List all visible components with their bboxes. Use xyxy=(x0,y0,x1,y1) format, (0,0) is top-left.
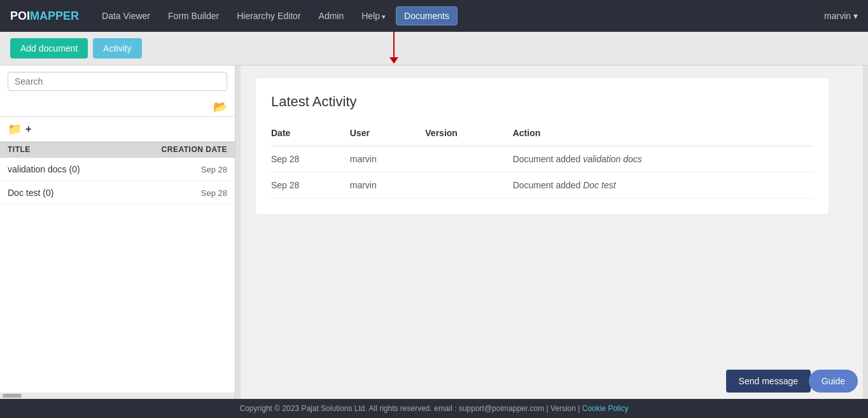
brand-poi: POI xyxy=(10,10,30,23)
scrollbar-thumb xyxy=(3,394,22,398)
cookie-policy-link[interactable]: Cookie Policy xyxy=(582,404,629,413)
content-area: Latest Activity Date User Version Action… xyxy=(241,66,863,399)
nav-documents[interactable]: Documents xyxy=(396,6,458,25)
folder-toolbar: 📂 xyxy=(0,97,235,117)
activity-button[interactable]: Activity xyxy=(93,38,141,59)
cell-version xyxy=(425,146,512,172)
list-item[interactable]: Doc test (0) Sep 28 xyxy=(0,181,235,205)
brand-logo[interactable]: POIMAPPER xyxy=(10,10,79,23)
sidebar-scrollbar[interactable] xyxy=(0,393,235,399)
item-title: validation docs (0) xyxy=(8,164,80,174)
list-item[interactable]: validation docs (0) Sep 28 xyxy=(0,158,235,181)
action-italic: validation docs xyxy=(583,154,642,164)
folder-emoji-icon: 📁 xyxy=(8,122,22,136)
nav-data-viewer[interactable]: Data Viewer xyxy=(94,7,158,25)
cell-user: marvin xyxy=(350,146,426,172)
nav-hierarchy-editor[interactable]: Hierarchy Editor xyxy=(229,7,308,25)
user-menu[interactable]: marvin xyxy=(824,11,858,21)
nav-admin[interactable]: Admin xyxy=(311,7,352,25)
footer-text: Copyright © 2023 Pajat Solutions Ltd. Al… xyxy=(240,404,580,413)
resize-handle[interactable] xyxy=(235,66,241,399)
send-message-button[interactable]: Send message xyxy=(726,370,811,393)
activity-card: Latest Activity Date User Version Action… xyxy=(256,78,829,214)
guide-button[interactable]: Guide xyxy=(809,370,858,393)
arrow-head xyxy=(389,57,398,64)
open-folder-button[interactable]: 📂 xyxy=(213,100,227,114)
col-header-date: Date xyxy=(271,123,350,146)
new-folder-row: 📁 + xyxy=(0,117,235,141)
main-layout: 📂 📁 + TITLE CREATION DATE validation doc… xyxy=(0,66,868,399)
action-prefix: Document added xyxy=(513,180,584,190)
col-header-version: Version xyxy=(425,123,512,146)
arrow-indicator xyxy=(389,32,398,64)
cell-user: marvin xyxy=(350,172,426,199)
brand-mapper: MAPPER xyxy=(30,10,79,23)
header-creation-date: CREATION DATE xyxy=(162,145,227,154)
action-bar: Add document Activity xyxy=(0,32,868,66)
arrow-line xyxy=(393,32,395,57)
docs-table-header: TITLE CREATION DATE xyxy=(0,141,235,158)
search-toolbar xyxy=(0,66,235,97)
sidebar: 📂 📁 + TITLE CREATION DATE validation doc… xyxy=(0,66,235,399)
cell-date: Sep 28 xyxy=(271,172,350,199)
table-row: Sep 28 marvin Document added Doc test xyxy=(271,172,813,199)
col-header-user: User xyxy=(350,123,426,146)
cell-action: Document added Doc test xyxy=(513,172,813,199)
footer: Copyright © 2023 Pajat Solutions Ltd. Al… xyxy=(0,399,868,418)
sidebar-scroll[interactable]: 📂 📁 + TITLE CREATION DATE validation doc… xyxy=(0,66,235,393)
header-title: TITLE xyxy=(8,145,31,154)
nav-help[interactable]: Help xyxy=(354,7,393,25)
right-scrollbar[interactable] xyxy=(863,66,868,399)
item-date: Sep 28 xyxy=(201,165,227,174)
item-title: Doc test (0) xyxy=(8,188,53,198)
add-document-button[interactable]: Add document xyxy=(10,38,88,59)
activity-table: Date User Version Action Sep 28 marvin D… xyxy=(271,123,813,199)
cell-version xyxy=(425,172,512,199)
navbar: POIMAPPER Data Viewer Form Builder Hiera… xyxy=(0,0,868,32)
activity-title: Latest Activity xyxy=(271,94,813,110)
action-prefix: Document added xyxy=(513,154,584,164)
docs-list: validation docs (0) Sep 28 Doc test (0) … xyxy=(0,158,235,205)
nav-links: Data Viewer Form Builder Hierarchy Edito… xyxy=(94,6,824,25)
cell-date: Sep 28 xyxy=(271,146,350,172)
cell-action: Document added validation docs xyxy=(513,146,813,172)
nav-form-builder[interactable]: Form Builder xyxy=(160,7,227,25)
col-header-action: Action xyxy=(513,123,813,146)
action-italic: Doc test xyxy=(583,180,615,190)
add-folder-icon[interactable]: + xyxy=(25,123,31,135)
search-input[interactable] xyxy=(8,72,227,91)
table-row: Sep 28 marvin Document added validation … xyxy=(271,146,813,172)
item-date: Sep 28 xyxy=(201,188,227,198)
